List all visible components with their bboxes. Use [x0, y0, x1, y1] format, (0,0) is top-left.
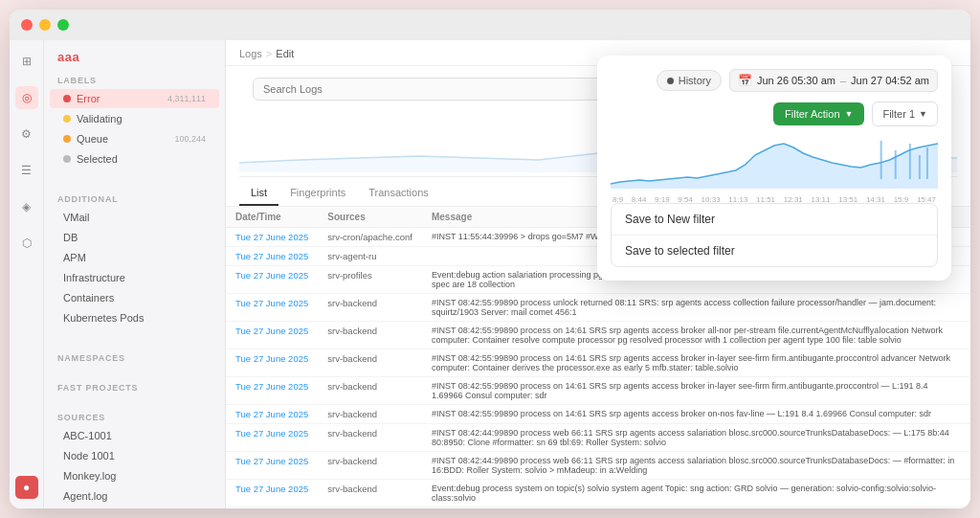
label-error[interactable]: Error 4,311,111	[50, 89, 219, 108]
minimize-button[interactable]	[39, 19, 51, 31]
nav-apm[interactable]: APM	[50, 248, 219, 267]
labels-group: Error 4,311,111 Validating Queue 100,244…	[44, 88, 225, 169]
cell-date: Tue 27 June 2025	[226, 294, 318, 322]
nav-menu-icon[interactable]: ☰	[15, 159, 38, 182]
xaxis-label: 9:19	[655, 195, 670, 204]
history-button[interactable]: History	[657, 70, 722, 91]
dropdown-panel: History 📅 Jun 26 05:30 am – Jun 27 04:52…	[597, 56, 951, 281]
nav-logs-icon[interactable]: ◎	[15, 86, 38, 109]
fast-projects-section-title: Fast Projects	[44, 377, 225, 395]
xaxis-label: 9:54	[678, 195, 693, 204]
label-queue-count: 100,244	[174, 134, 206, 144]
label-selected[interactable]: Selected	[50, 149, 219, 169]
nav-gear-icon[interactable]: ⚙	[15, 123, 38, 146]
cell-date: Tue 27 June 2025	[226, 377, 318, 405]
xaxis-label: 14:31	[866, 195, 885, 204]
table-row[interactable]: Tue 27 June 2025 srv-backend #INST 08:42…	[226, 424, 970, 452]
cell-date: Tue 27 June 2025	[226, 266, 318, 294]
label-validating-text: Validating	[77, 113, 122, 124]
label-queue[interactable]: Queue 100,244	[50, 129, 219, 148]
col-sources: Sources	[318, 207, 422, 228]
nav-user-icon[interactable]: ●	[15, 476, 38, 499]
sidebar: aaa Labels Error 4,311,111 Validating Qu…	[44, 40, 226, 508]
cell-source: srv-profiles	[318, 266, 422, 294]
xaxis-label: 10:33	[702, 195, 721, 204]
validating-dot	[63, 115, 71, 123]
cell-message: #INST 08:42:55:99890 process on 14:61 SR…	[422, 405, 970, 424]
table-row[interactable]: Tue 27 June 2025 srv-backend #INST 08:42…	[226, 294, 970, 322]
cell-date: Tue 27 June 2025	[226, 405, 318, 424]
additional-section-title: Additional	[44, 189, 225, 207]
filter-action-caret: ▼	[845, 109, 854, 119]
cell-message: Event:debug process system on topic(s) s…	[422, 480, 970, 507]
label-validating[interactable]: Validating	[50, 109, 219, 128]
menu-item-save-new[interactable]: Save to New filter	[612, 204, 937, 236]
label-queue-text: Queue	[77, 133, 108, 145]
selected-dot	[63, 155, 71, 163]
label-error-count: 4,311,111	[167, 94, 206, 103]
nav-infrastructure[interactable]: Infrastructure	[50, 268, 219, 287]
history-label: History	[679, 75, 711, 86]
nav-db[interactable]: DB	[50, 228, 219, 247]
date-start: Jun 26 05:30 am	[757, 75, 835, 86]
maximize-button[interactable]	[57, 19, 69, 31]
source-agentlog[interactable]: Agent.log	[50, 486, 219, 506]
history-dot	[667, 78, 674, 84]
nav-vmail[interactable]: VMail	[50, 208, 219, 227]
date-end: Jun 27 04:52 am	[851, 75, 929, 86]
filter-action-button[interactable]: Filter Action ▼	[773, 102, 864, 125]
nav-group: VMail DB APM Infrastructure Containers K…	[44, 207, 225, 328]
calendar-icon: 📅	[738, 74, 752, 87]
source-monkeylog[interactable]: Monkey.log	[50, 466, 219, 485]
menu-item-save-selected[interactable]: Save to selected filter	[612, 236, 937, 266]
close-button[interactable]	[21, 19, 33, 31]
table-row[interactable]: Tue 27 June 2025 srv-backend #INST 08:42…	[226, 452, 970, 480]
xaxis-label: 15:9	[894, 195, 909, 204]
col-datetime: Date/Time	[226, 207, 318, 228]
breadcrumb-sep: >	[266, 48, 272, 59]
table-row[interactable]: Tue 27 June 2025 srv-backend #INST 08:42…	[226, 377, 970, 405]
table-row[interactable]: Tue 27 June 2025 srv-backend #INST 08:42…	[226, 405, 970, 424]
queue-dot	[63, 135, 71, 143]
svg-rect-5	[919, 155, 921, 179]
date-range-picker[interactable]: 📅 Jun 26 05:30 am – Jun 27 04:52 am	[729, 69, 938, 92]
dp-xaxis: 8:98:449:199:5410:3311:1311:5112:3113:11…	[611, 195, 938, 204]
filter1-label: Filter 1	[882, 108, 915, 120]
nav-kubernetes[interactable]: Kubernetes Pods	[50, 308, 219, 327]
cell-date: Tue 27 June 2025	[226, 480, 318, 507]
xaxis-label: 13:51	[838, 195, 858, 204]
cell-message: #INST 08:42:55:99890 process on 14:61 SR…	[422, 322, 970, 349]
svg-rect-2	[880, 141, 882, 179]
tab-transactions[interactable]: Transactions	[357, 181, 440, 206]
cell-source: srv-backend	[318, 294, 422, 322]
tab-fingerprints[interactable]: Fingerprints	[278, 181, 357, 206]
nav-grid-icon[interactable]: ⊞	[15, 50, 38, 73]
svg-rect-3	[895, 150, 897, 179]
cell-source: srv-cron/apache.conf	[318, 228, 422, 247]
svg-rect-6	[926, 147, 928, 179]
label-selected-text: Selected	[77, 153, 118, 165]
svg-marker-1	[611, 144, 938, 189]
filter1-caret: ▼	[919, 109, 927, 119]
nav-shape-icon[interactable]: ◈	[15, 195, 38, 218]
cell-source: srv-agent-ru	[318, 247, 422, 266]
titlebar	[10, 10, 970, 40]
source-abc1001[interactable]: ABC-1001	[50, 426, 219, 445]
source-node1001[interactable]: Node 1001	[50, 446, 219, 465]
tab-list[interactable]: List	[239, 181, 278, 206]
cell-message: #INST 08:42:44:99890 process web 66:11 S…	[422, 452, 970, 480]
cell-source: srv-backend	[318, 424, 422, 452]
nav-containers[interactable]: Containers	[50, 288, 219, 307]
cell-source: srv-backend	[318, 349, 422, 377]
breadcrumb: Logs > Edit	[239, 48, 294, 59]
source-kafklog[interactable]: kafk.log	[50, 507, 219, 508]
nav-hex-icon[interactable]: ⬡	[15, 232, 38, 255]
table-row[interactable]: Tue 27 June 2025 srv-backend Event:debug…	[226, 480, 970, 507]
filter1-button[interactable]: Filter 1 ▼	[872, 101, 938, 126]
dp-mini-chart: 8:98:449:199:5410:3311:1311:5112:3113:11…	[611, 136, 938, 193]
table-row[interactable]: Tue 27 June 2025 srv-backend #INST 08:42…	[226, 322, 970, 349]
label-error-text: Error	[77, 93, 100, 104]
xaxis-label: 8:44	[632, 195, 647, 204]
cell-source: srv-backend	[318, 405, 422, 424]
table-row[interactable]: Tue 27 June 2025 srv-backend #INST 08:42…	[226, 349, 970, 377]
